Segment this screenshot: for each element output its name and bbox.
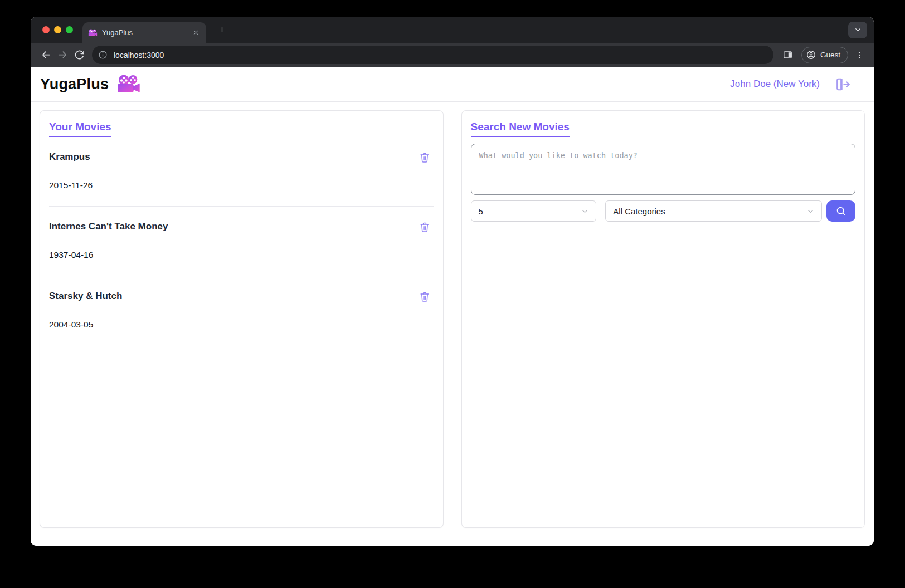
movie-list-item: Internes Can't Take Money 1937-04-16 — [49, 207, 434, 276]
search-icon — [835, 205, 847, 217]
movie-camera-icon — [116, 75, 141, 94]
movie-list-item: Starsky & Hutch 2004-03-05 — [49, 276, 434, 345]
delete-movie-trash-icon[interactable] — [419, 151, 431, 164]
your-movies-panel: Your Movies Krampus 2015-11-26 — [40, 110, 444, 528]
delete-movie-trash-icon[interactable] — [419, 221, 431, 233]
movie-list-item: Krampus 2015-11-26 — [49, 137, 434, 207]
movie-title: Krampus — [49, 151, 90, 163]
chevron-down-icon — [799, 207, 821, 215]
forward-icon[interactable] — [54, 47, 71, 63]
address-bar[interactable]: localhost:3000 — [92, 46, 773, 64]
browser-menu-icon[interactable] — [852, 47, 867, 63]
side-panel-icon[interactable] — [779, 47, 797, 63]
movie-release-date: 2015-11-26 — [49, 180, 434, 190]
tab-close-icon[interactable] — [191, 28, 201, 38]
page-content: YugaPlus John Doe (New York) — [31, 67, 874, 546]
avatar-icon — [806, 50, 816, 60]
favicon-movie-camera-icon — [88, 29, 98, 37]
search-controls: 5 All Categories — [471, 200, 856, 222]
chevron-down-icon — [573, 207, 596, 215]
app-header: YugaPlus John Doe (New York) — [31, 67, 874, 102]
movie-title: Starsky & Hutch — [49, 291, 122, 302]
macos-maximize-button[interactable] — [66, 26, 73, 33]
url-text: localhost:3000 — [114, 51, 164, 60]
tab-title: YugaPlus — [102, 28, 186, 37]
app-title: YugaPlus — [40, 76, 109, 93]
profile-button[interactable]: Guest — [801, 47, 848, 63]
window-controls — [42, 26, 73, 33]
your-movies-title: Your Movies — [49, 121, 111, 137]
profile-label: Guest — [820, 51, 840, 59]
browser-tab[interactable]: YugaPlus — [82, 22, 206, 43]
browser-toolbar: localhost:3000 Guest — [31, 43, 874, 67]
user-account-link[interactable]: John Doe (New York) — [730, 79, 820, 90]
new-tab-button[interactable] — [214, 22, 230, 38]
macos-close-button[interactable] — [42, 26, 50, 33]
browser-window: YugaPlus localhost:3000 — [31, 17, 874, 546]
movie-title: Internes Can't Take Money — [49, 221, 168, 232]
search-button[interactable] — [826, 200, 855, 222]
main-area: Your Movies Krampus 2015-11-26 — [31, 102, 874, 546]
results-count-select[interactable]: 5 — [471, 200, 597, 222]
search-movies-panel: Search New Movies 5 All Categories — [461, 110, 865, 528]
movie-release-date: 2004-03-05 — [49, 320, 434, 330]
movie-release-date: 1937-04-16 — [49, 250, 434, 260]
logout-icon[interactable] — [834, 76, 852, 93]
search-movies-title: Search New Movies — [471, 121, 570, 137]
category-value: All Categories — [613, 207, 665, 216]
tab-strip: YugaPlus — [31, 17, 874, 43]
reload-icon[interactable] — [71, 47, 87, 63]
macos-minimize-button[interactable] — [54, 26, 61, 33]
results-count-value: 5 — [479, 207, 483, 216]
site-info-icon[interactable] — [95, 48, 110, 62]
search-query-input[interactable] — [471, 144, 856, 195]
delete-movie-trash-icon[interactable] — [419, 291, 431, 303]
tab-search-chevron-button[interactable] — [848, 22, 867, 38]
category-select[interactable]: All Categories — [605, 200, 822, 222]
back-icon[interactable] — [37, 47, 54, 63]
